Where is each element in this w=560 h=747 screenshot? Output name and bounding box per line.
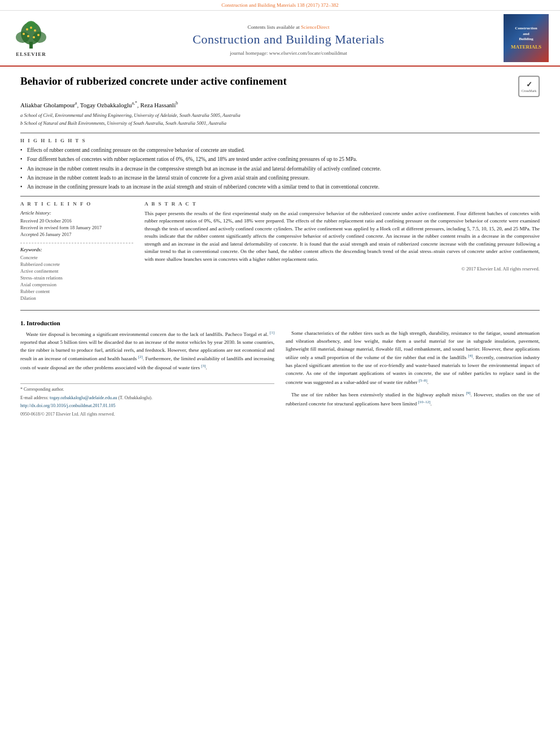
footnote-corresponding: * Corresponding author. [20, 386, 274, 393]
accepted-date: Accepted 26 January 2017 [20, 231, 133, 237]
doi-line[interactable]: http://dx.doi.org/10.1016/j.conbuildmat.… [20, 403, 274, 409]
received-date: Received 20 October 2016 [20, 218, 133, 224]
journal-homepage: journal homepage: www.elsevier.com/locat… [230, 50, 347, 56]
keyword-rubber-content: Rubber content [20, 289, 133, 294]
keywords-section: Keywords: Concrete Rubberized concrete A… [20, 243, 133, 301]
affiliation-b: b School of Natural and Built Environmen… [20, 120, 540, 127]
article-history: Article history: Received 20 October 201… [20, 210, 133, 237]
affiliation-a: a School of Civil, Environmental and Min… [20, 112, 540, 119]
keyword-rubberized: Rubberized concrete [20, 261, 133, 267]
footnote-area: * Corresponding author. E-mail address: … [20, 383, 274, 418]
author-ozbakkaloglu: Togay Ozbakkaloglu [80, 102, 132, 108]
header-right: ConstructionandBuilding MATERIALS [492, 14, 549, 65]
journal-cover: ConstructionandBuilding MATERIALS [504, 14, 549, 62]
article-abstract-cols: A R T I C L E I N F O Article history: R… [20, 201, 540, 302]
keyword-dilation: Dilation [20, 295, 133, 301]
journal-header: ELSEVIER Contents lists available at Sci… [0, 11, 560, 67]
highlight-item: An increase in the confining pressure le… [20, 184, 540, 191]
sciencedirect-label: Contents lists available at ScienceDirec… [248, 24, 330, 30]
keyword-concrete: Concrete [20, 255, 133, 260]
affiliations: a School of Civil, Environmental and Min… [20, 112, 540, 128]
svg-point-9 [37, 34, 40, 36]
keywords-label: Keywords: [20, 247, 133, 252]
svg-point-2 [16, 32, 29, 43]
highlight-item: Effects of rubber content and confining … [20, 147, 540, 154]
svg-point-10 [27, 35, 29, 37]
citation-text: Construction and Building Materials 138 … [221, 2, 338, 8]
intro-heading: 1. Introduction [20, 320, 540, 326]
abstract-col: A B S T R A C T This paper presents the … [145, 201, 540, 302]
intro-col-right: Some characteristics of the rubber tires… [286, 330, 540, 419]
authors-line: Aliakbar Gholampoura, Togay Ozbakkaloglu… [20, 101, 540, 108]
crossmark-badge: ✓ CrossMark [518, 76, 540, 97]
elsevier-tree-icon [11, 19, 51, 50]
revised-date: Received in revised form 18 January 2017 [20, 225, 133, 230]
keyword-stress-strain: Stress–strain relations [20, 275, 133, 281]
svg-point-11 [33, 36, 35, 38]
keyword-axial: Axial compression [20, 282, 133, 287]
citation-line: Construction and Building Materials 138 … [0, 0, 560, 11]
svg-point-5 [23, 33, 25, 35]
page: Construction and Building Materials 138 … [0, 0, 560, 747]
highlight-item: An increase in the rubber content leads … [20, 174, 540, 182]
elsevier-name: ELSEVIER [16, 51, 46, 57]
crossmark-symbol: ✓ [526, 80, 532, 89]
svg-point-7 [30, 27, 32, 29]
intro-col2-p1: Some characteristics of the rubber tires… [286, 330, 540, 387]
highlight-item: An increase in the rubber content result… [20, 165, 540, 173]
highlight-item: Four different batches of concretes with… [20, 156, 540, 163]
intro-columns: Waste tire disposal is becoming a signif… [20, 330, 540, 419]
highlights-label: H I G H L I G H T S [20, 138, 540, 143]
svg-point-6 [26, 28, 28, 30]
history-label: Article history: [20, 210, 133, 216]
abstract-label: A B S T R A C T [145, 201, 540, 207]
header-left: ELSEVIER [11, 14, 85, 65]
header-center: Contents lists available at ScienceDirec… [85, 14, 492, 65]
paper-title: Behavior of rubberized concrete under ac… [20, 75, 540, 89]
intro-col-left: Waste tire disposal is becoming a signif… [20, 330, 274, 419]
svg-point-8 [34, 29, 36, 32]
article-info-col: A R T I C L E I N F O Article history: R… [20, 201, 133, 302]
introduction-section: 1. Introduction Waste tire disposal is b… [20, 320, 540, 419]
article-info-label: A R T I C L E I N F O [20, 201, 133, 207]
copyright-notice: © 2017 Elsevier Ltd. All rights reserved… [145, 265, 540, 273]
crossmark-label: CrossMark [522, 89, 537, 93]
highlights-list: Effects of rubber content and confining … [20, 147, 540, 191]
footnote-email-link[interactable]: togay.ozbakkaloglu@adelaide.edu.au [50, 395, 117, 400]
divider-highlights [20, 133, 540, 133]
author-hassanli: Reza Hassanli [141, 102, 176, 108]
divider-intro [20, 310, 540, 311]
cover-title: ConstructionandBuilding [515, 26, 537, 41]
journal-title: Construction and Building Materials [193, 32, 384, 47]
abstract-text: This paper presents the results of the f… [145, 210, 540, 273]
author-gholampour: Aliakbar Gholampour [20, 102, 75, 108]
cover-subtitle: MATERIALS [511, 44, 541, 50]
footnote-email: E-mail address: togay.ozbakkaloglu@adela… [20, 395, 274, 401]
elsevier-logo: ELSEVIER [11, 19, 51, 57]
intro-p1: Waste tire disposal is becoming a signif… [20, 330, 274, 373]
sciencedirect-link[interactable]: ScienceDirect [301, 24, 329, 30]
keyword-confinement: Active confinement [20, 268, 133, 274]
divider-article-info [20, 196, 540, 196]
issn-line: 0950-0618/© 2017 Elsevier Ltd. All right… [20, 411, 274, 418]
main-content: ✓ CrossMark Behavior of rubberized concr… [0, 67, 560, 427]
intro-col2-p2: The use of tire rubber has been extensiv… [286, 390, 540, 408]
